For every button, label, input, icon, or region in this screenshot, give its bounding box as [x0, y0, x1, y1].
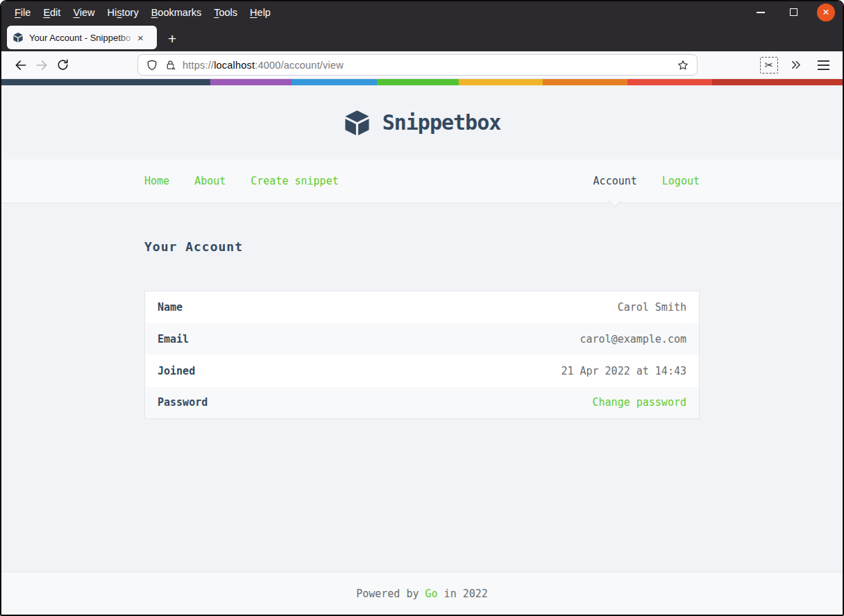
forward-button[interactable]	[31, 55, 52, 76]
maximize-icon	[790, 8, 797, 16]
site-nav: Home About Create snippet Account Logout	[1, 160, 843, 203]
menu-file[interactable]: File	[8, 5, 37, 20]
scissors-icon: ✂	[765, 59, 774, 71]
main-content: Your Account Name Carol Smith Email caro…	[144, 203, 700, 572]
minimize-icon	[757, 12, 765, 13]
menubar: File Edit View History Bookmarks Tools H…	[1, 1, 843, 23]
table-row-name: Name Carol Smith	[145, 291, 700, 323]
double-chevron-icon	[789, 58, 802, 71]
row-label: Email	[145, 323, 284, 355]
table-row-joined: Joined 21 Apr 2022 at 14:43	[145, 355, 700, 387]
insecure-lock-icon[interactable]	[164, 59, 176, 71]
bookmark-star-button[interactable]	[677, 59, 689, 71]
window-controls: ×	[752, 3, 843, 22]
reload-icon	[56, 58, 69, 71]
table-row-password: Password Change password	[145, 387, 700, 419]
brand-title[interactable]: Snippetbox	[382, 110, 501, 135]
new-tab-button[interactable]: +	[168, 31, 176, 46]
row-value: 21 Apr 2022 at 14:43	[284, 355, 700, 387]
nav-link-home[interactable]: Home	[144, 175, 169, 187]
rainbow-segment	[210, 79, 292, 85]
maximize-button[interactable]	[784, 3, 802, 22]
tracking-shield-icon[interactable]	[146, 59, 158, 71]
site-footer: Powered by Go in 2022	[1, 572, 843, 615]
url-bar[interactable]: https://localhost:4000/account/view	[137, 54, 698, 76]
rainbow-segment	[459, 79, 543, 85]
row-label: Password	[145, 387, 284, 419]
reload-button[interactable]	[52, 55, 73, 76]
table-row-email: Email carol@example.com	[145, 323, 700, 355]
menu-view[interactable]: View	[67, 5, 101, 20]
go-link[interactable]: Go	[425, 588, 438, 600]
app-menu-button[interactable]	[813, 55, 834, 76]
menu-edit[interactable]: Edit	[37, 5, 67, 20]
site-header: Snippetbox	[1, 85, 843, 160]
hamburger-icon	[818, 60, 829, 70]
row-label: Joined	[145, 355, 284, 387]
row-value: Carol Smith	[284, 291, 700, 323]
menu-bookmarks[interactable]: Bookmarks	[145, 5, 208, 20]
back-icon	[14, 58, 28, 72]
menu-tools[interactable]: Tools	[208, 5, 244, 20]
snippetbox-logo-icon	[344, 108, 371, 137]
navigation-toolbar: https://localhost:4000/account/view ✂	[1, 51, 843, 79]
forward-icon	[35, 58, 49, 72]
tab-close-icon[interactable]: ×	[137, 33, 144, 43]
rainbow-stripe	[1, 79, 843, 85]
star-icon	[677, 59, 689, 71]
tab-bar: Your Account - Snippetbo × +	[1, 23, 843, 51]
row-label: Name	[145, 291, 284, 323]
rainbow-segment	[712, 79, 843, 85]
tab-title: Your Account - Snippetbo	[29, 32, 136, 44]
rainbow-segment	[292, 79, 378, 85]
browser-window: File Edit View History Bookmarks Tools H…	[0, 0, 844, 616]
nav-link-account[interactable]: Account	[593, 175, 637, 187]
change-password-link[interactable]: Change password	[593, 396, 686, 409]
rainbow-segment	[377, 79, 459, 85]
rainbow-segment	[543, 79, 627, 85]
rainbow-segment	[1, 79, 210, 85]
tab-your-account[interactable]: Your Account - Snippetbo ×	[7, 26, 157, 49]
menu-help[interactable]: Help	[244, 5, 277, 20]
menu-history[interactable]: History	[101, 5, 145, 20]
nav-link-about[interactable]: About	[194, 175, 226, 187]
nav-link-create-snippet[interactable]: Create snippet	[251, 175, 338, 187]
back-button[interactable]	[10, 55, 31, 76]
url-text: https://localhost:4000/account/view	[183, 60, 344, 71]
overflow-menu-button[interactable]	[785, 55, 806, 76]
minimize-button[interactable]	[752, 3, 770, 22]
page-title: Your Account	[144, 239, 700, 254]
page-content: Snippetbox Home About Create snippet Acc…	[1, 85, 843, 615]
toolbar-right-cluster: ✂	[760, 55, 834, 76]
account-table: Name Carol Smith Email carol@example.com…	[144, 291, 700, 419]
close-icon: ×	[822, 6, 829, 18]
nav-link-logout[interactable]: Logout	[662, 175, 700, 187]
snippetbox-favicon-icon	[12, 32, 24, 43]
screenshot-extension-button[interactable]: ✂	[760, 57, 778, 74]
row-value: carol@example.com	[284, 323, 700, 355]
close-button[interactable]: ×	[817, 3, 835, 22]
rainbow-segment	[627, 79, 712, 85]
